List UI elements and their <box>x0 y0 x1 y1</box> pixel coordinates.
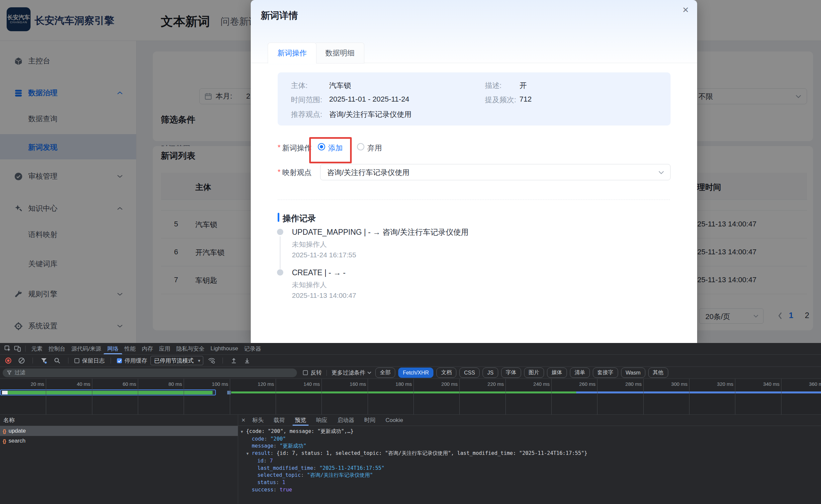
json-line[interactable]: ▼{code: "200", message: "更新成功",…} <box>238 428 821 436</box>
devtools-tab-Lighthouse[interactable]: Lighthouse <box>208 343 241 354</box>
json-value: "更新成功" <box>280 443 307 449</box>
grid-line <box>735 379 735 414</box>
invert-label: 反转 <box>311 369 322 377</box>
log-title: 操作记录 <box>283 213 316 224</box>
filter-chip-字体[interactable]: 字体 <box>501 368 521 378</box>
request-row-search[interactable]: {}search <box>0 436 238 446</box>
filter-icon[interactable] <box>39 357 49 365</box>
close-icon[interactable]: × <box>241 416 245 424</box>
json-line[interactable]: selected_topic: "咨询/关注行车记录仪使用" <box>238 472 821 479</box>
detail-tab-载荷[interactable]: 载荷 <box>269 415 290 426</box>
detail-tab-Cookie[interactable]: Cookie <box>381 415 408 426</box>
devtools-tabs: 元素控制台源代码/来源网络性能内存应用隐私与安全Lighthouse记录器 <box>28 343 264 354</box>
network-toolbar: 保留日志 停用缓存 已停用节流模式 <box>0 355 821 367</box>
separator <box>25 346 26 352</box>
desc-value: 开 <box>519 81 527 91</box>
import-har-icon[interactable] <box>229 357 239 365</box>
devtools-tab-网络[interactable]: 网络 <box>104 343 122 354</box>
filter-chip-Fetch/XHR[interactable]: Fetch/XHR <box>398 368 433 378</box>
ruler-tick-label: 40 ms <box>77 381 90 387</box>
filter-chip-Wasm[interactable]: Wasm <box>621 368 645 378</box>
devtools-tab-性能[interactable]: 性能 <box>122 343 139 354</box>
detail-tab-响应[interactable]: 响应 <box>311 415 332 426</box>
request-list-pane: 名称 {}update{}search <box>0 415 238 504</box>
filter-chip-JS[interactable]: JS <box>483 368 498 378</box>
screen: 长安汽车 CHANGAN 长安汽车洞察引擎 主控台 数据治理 数据查询 新词发现 <box>0 0 821 504</box>
grid-line <box>276 379 276 414</box>
json-line[interactable]: message: "更新成功" <box>238 443 821 450</box>
filter-chip-套接字[interactable]: 套接字 <box>593 368 618 378</box>
grid-line <box>413 379 414 414</box>
devtools-tab-应用[interactable]: 应用 <box>156 343 173 354</box>
filter-chip-媒体[interactable]: 媒体 <box>547 368 567 378</box>
filter-chip-清单[interactable]: 清单 <box>570 368 590 378</box>
inspect-element-icon[interactable] <box>3 345 13 353</box>
grid-line <box>643 379 644 414</box>
grid-line <box>321 379 322 414</box>
caret-icon[interactable]: ▼ <box>246 450 252 458</box>
request-row-update[interactable]: {}update <box>0 426 238 436</box>
devtools-tab-控制台[interactable]: 控制台 <box>46 343 68 354</box>
annotation-highlight <box>309 137 352 163</box>
filter-chip-其他[interactable]: 其他 <box>648 368 668 378</box>
mapping-topic-select[interactable]: 咨询/关注行车记录仪使用 <box>320 164 671 180</box>
word-info-box: 主体: 汽车锁 描述: 开 时间范围: 2025-11-01 - 2025-11… <box>278 72 671 126</box>
column-name: 名称 <box>3 416 15 424</box>
checkbox-unchecked-icon[interactable] <box>303 370 308 375</box>
filter-input[interactable]: 过滤 <box>3 369 297 377</box>
devtools-tab-源代码/来源[interactable]: 源代码/来源 <box>68 343 104 354</box>
json-line[interactable]: code: "200" <box>238 436 821 443</box>
json-line[interactable]: last_modified_time: "2025-11-24T16:17:55… <box>238 465 821 472</box>
filter-chip-全部[interactable]: 全部 <box>375 368 395 378</box>
filter-chip-CSS[interactable]: CSS <box>459 368 480 378</box>
detail-tab-预览[interactable]: 预览 <box>290 415 311 426</box>
devtools-tab-内存[interactable]: 内存 <box>139 343 156 354</box>
invert-toggle[interactable]: 反转 <box>303 369 322 377</box>
ruler-tick-label: 340 ms <box>763 381 779 387</box>
devtools-tab-记录器[interactable]: 记录器 <box>241 343 264 354</box>
detail-tab-时间[interactable]: 时间 <box>359 415 381 426</box>
request-list-header[interactable]: 名称 <box>0 415 238 426</box>
close-icon[interactable]: × <box>683 4 689 15</box>
detail-tab-启动器[interactable]: 启动器 <box>332 415 359 426</box>
caret-icon[interactable]: ▼ <box>241 428 246 436</box>
tab-data-detail[interactable]: 数据明细 <box>316 42 364 63</box>
radio-discard-label[interactable]: 弃用 <box>367 143 382 153</box>
disable-cache-toggle[interactable]: 停用缓存 <box>117 357 147 365</box>
search-icon[interactable] <box>52 357 62 365</box>
subject-label: 主体: <box>291 81 308 91</box>
device-toolbar-icon[interactable] <box>13 345 23 353</box>
network-overview[interactable]: 20 ms40 ms60 ms80 ms100 ms120 ms140 ms16… <box>0 379 821 415</box>
json-line[interactable]: ▼result: {id: 7, status: 1, selected_top… <box>238 450 821 458</box>
json-line[interactable]: success: true <box>238 486 821 494</box>
grid-line <box>459 379 460 414</box>
tab-word-operation[interactable]: 新词操作 <box>268 42 317 63</box>
json-line[interactable]: id: 7 <box>238 458 821 465</box>
json-value: true <box>280 487 292 493</box>
request-bar-search-waiting <box>231 391 576 393</box>
log-entry-time: 2025-11-13 14:00:47 <box>292 292 657 299</box>
more-filters-button[interactable]: 更多过滤条件 <box>331 369 371 377</box>
request-name: search <box>9 438 26 444</box>
json-key: status <box>257 479 276 485</box>
preserve-log-toggle[interactable]: 保留日志 <box>74 357 105 365</box>
radio-discard[interactable] <box>357 143 364 150</box>
devtools-tab-元素[interactable]: 元素 <box>28 343 46 354</box>
devtools-tab-隐私与安全[interactable]: 隐私与安全 <box>173 343 208 354</box>
filter-chip-文档[interactable]: 文档 <box>436 368 456 378</box>
json-line[interactable]: status: 1 <box>238 479 821 486</box>
detail-tab-标头[interactable]: 标头 <box>247 415 269 426</box>
range-value: 2025-11-01 - 2025-11-24 <box>329 95 409 104</box>
checkbox-checked-icon[interactable] <box>117 358 122 363</box>
checkbox-unchecked-icon[interactable] <box>74 358 79 363</box>
json-file-icon: {} <box>3 428 6 434</box>
filter-chip-图片[interactable]: 图片 <box>524 368 544 378</box>
timeline-connector <box>280 236 281 269</box>
export-har-icon[interactable] <box>242 357 252 365</box>
json-preview-tree: ▼{code: "200", message: "更新成功",…}code: "… <box>238 426 821 493</box>
record-icon[interactable] <box>3 357 13 365</box>
clear-icon[interactable] <box>17 357 27 365</box>
throttling-select[interactable]: 已停用节流模式 <box>150 356 203 365</box>
network-conditions-icon[interactable] <box>207 357 217 365</box>
grid-line <box>138 379 138 414</box>
